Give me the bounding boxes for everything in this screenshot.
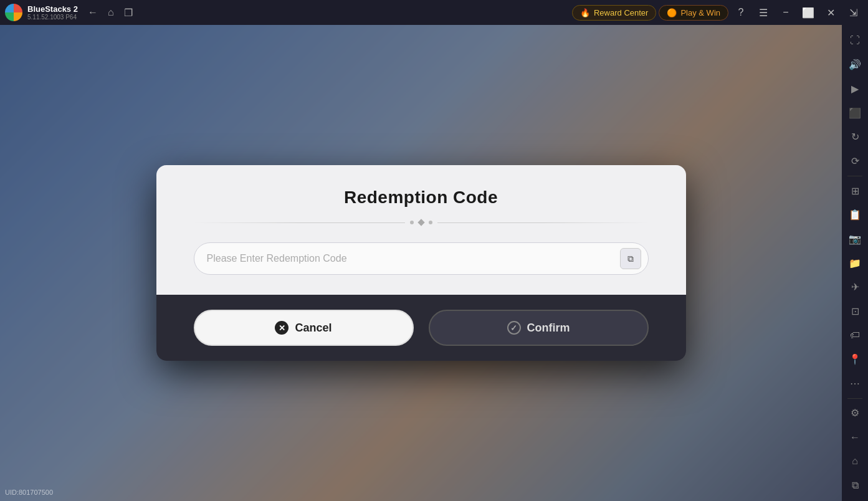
- more-icon[interactable]: ⋯: [844, 373, 866, 394]
- right-sidebar: ⛶ 🔊 ▶ ⬛ ↻ ⟳ ⊞ 📋 📷 📁 ✈ ⊡ 🏷 📍 ⋯ ⚙ ← ⌂ ⧉: [842, 25, 868, 501]
- confirm-icon: ✓: [507, 321, 521, 335]
- tag-icon[interactable]: 🏷: [844, 325, 866, 346]
- topbar-right: 🔥 Reward Center 🟠 Play & Win ? ☰ − ⬜ ✕ ⇲: [572, 2, 863, 22]
- folder-icon[interactable]: 📁: [844, 252, 866, 274]
- divider-line-left: [194, 222, 405, 223]
- app-version: 5.11.52.1003 P64: [27, 14, 78, 21]
- close-button[interactable]: ✕: [821, 2, 841, 22]
- input-wrapper: ⧉: [194, 242, 649, 275]
- cancel-button[interactable]: ✕ Cancel: [194, 310, 414, 346]
- reward-fire-icon: 🔥: [580, 8, 590, 17]
- cancel-icon: ✕: [275, 321, 289, 335]
- refresh-icon[interactable]: ↻: [844, 126, 866, 148]
- redemption-code-input[interactable]: [194, 242, 649, 275]
- cancel-label: Cancel: [295, 322, 331, 335]
- paste-button[interactable]: ⧉: [620, 248, 641, 269]
- home-button[interactable]: ⌂: [105, 4, 117, 21]
- rotate-icon[interactable]: ⟳: [844, 150, 866, 172]
- multi-instance-button[interactable]: ❐: [122, 4, 135, 21]
- topbar-nav: ← ⌂ ❐: [85, 4, 135, 21]
- menu-icon: ☰: [759, 7, 768, 19]
- location-icon[interactable]: 📍: [844, 348, 866, 370]
- minimize-button[interactable]: −: [776, 2, 796, 22]
- expand-icon: ⇲: [849, 7, 857, 19]
- home-sidebar-icon[interactable]: ⌂: [844, 451, 866, 472]
- modal-top-section: Redemption Code ⧉: [156, 165, 686, 295]
- restore-icon: ⬜: [802, 7, 814, 19]
- sidebar-divider-2: [847, 398, 862, 399]
- copy-sidebar-icon[interactable]: ⧉: [844, 474, 866, 496]
- reward-center-label: Reward Center: [594, 8, 648, 17]
- divider-dot-2: [429, 221, 432, 224]
- flight-icon[interactable]: ✈: [844, 276, 866, 298]
- play-coin-icon: 🟠: [667, 8, 677, 17]
- cast-icon[interactable]: ▶: [844, 78, 866, 100]
- divider-diamond: [417, 219, 424, 226]
- screenshot-icon[interactable]: 📷: [844, 228, 866, 250]
- app-logo: [5, 4, 22, 21]
- fullscreen-icon[interactable]: ⛶: [844, 30, 866, 52]
- back-sidebar-icon[interactable]: ←: [844, 426, 866, 448]
- play-win-label: Play & Win: [680, 8, 720, 17]
- modal-overlay: Redemption Code ⧉ ✕ Cancel ✓: [0, 25, 842, 501]
- topbar: BlueStacks 2 5.11.52.1003 P64 ← ⌂ ❐ 🔥 Re…: [0, 0, 868, 25]
- redemption-dialog: Redemption Code ⧉ ✕ Cancel ✓: [156, 165, 686, 361]
- divider-line-right: [437, 222, 649, 223]
- modal-title: Redemption Code: [194, 188, 649, 208]
- divider-dot-1: [410, 221, 414, 224]
- settings-icon[interactable]: ⚙: [844, 403, 866, 424]
- sidebar-divider-1: [847, 176, 862, 176]
- app-title-group: BlueStacks 2 5.11.52.1003 P64: [27, 5, 78, 21]
- confirm-label: Confirm: [527, 322, 570, 335]
- paste-icon: ⧉: [627, 254, 634, 264]
- help-icon: ?: [738, 7, 744, 18]
- file-manager-icon[interactable]: 📋: [844, 204, 866, 226]
- volume-icon[interactable]: 🔊: [844, 54, 866, 76]
- resize-icon[interactable]: ⊡: [844, 300, 866, 322]
- apps-icon[interactable]: ⊞: [844, 180, 866, 202]
- help-button[interactable]: ?: [731, 2, 751, 22]
- expand-button[interactable]: ⇲: [843, 2, 863, 22]
- menu-button[interactable]: ☰: [753, 2, 773, 22]
- modal-bottom-section: ✕ Cancel ✓ Confirm: [156, 295, 686, 361]
- play-win-button[interactable]: 🟠 Play & Win: [659, 5, 728, 21]
- confirm-button[interactable]: ✓ Confirm: [429, 310, 649, 346]
- restore-button[interactable]: ⬜: [798, 2, 818, 22]
- minimize-icon: −: [783, 7, 788, 18]
- modal-divider: [194, 220, 649, 225]
- back-button[interactable]: ←: [85, 4, 100, 21]
- app-name: BlueStacks 2: [27, 5, 78, 13]
- close-icon: ✕: [827, 7, 835, 19]
- uid-label: UID:801707500: [5, 489, 53, 496]
- record-icon[interactable]: ⬛: [844, 102, 866, 124]
- reward-center-button[interactable]: 🔥 Reward Center: [572, 5, 656, 21]
